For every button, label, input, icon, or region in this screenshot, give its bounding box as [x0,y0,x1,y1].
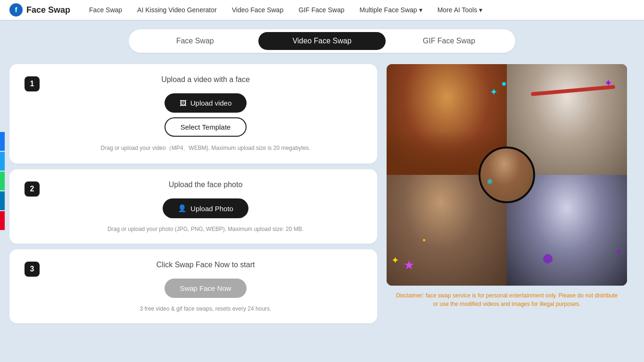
select-template-button[interactable]: Select Template [165,117,247,137]
upload-video-button[interactable]: 🖼 Upload video [165,93,247,113]
nav-ai-kissing[interactable]: AI Kissing Video Generator [137,6,217,14]
step-2-title: Upload the face photo [49,181,362,189]
step-1-buttons: 🖼 Upload video Select Template [49,93,362,137]
step-1-title: Upload a video with a face [49,75,362,84]
step-3-title: Click Swap Face Now to start [49,261,362,269]
step-3-hint: 3 free video & gif face swaps, resets ev… [49,305,362,312]
center-face-circle [479,147,535,203]
chevron-down-icon: ▾ [479,6,482,14]
step-3-content: Click Swap Face Now to start Swap Face N… [49,261,362,312]
swap-face-now-button[interactable]: Swap Face Now [165,279,246,298]
nav-more-ai-tools[interactable]: More AI Tools ▾ [438,6,483,14]
chevron-down-icon: ▾ [419,6,422,14]
step-1-content: Upload a video with a face 🖼 Upload vide… [49,75,362,152]
step-2-content: Upload the face photo 👤 Upload Photo Dra… [49,181,362,232]
facebook-share-button[interactable] [0,132,5,151]
step-1-hint: Drag or upload your video（MP4、WEBM). Max… [49,144,362,152]
header: f Face Swap Face Swap AI Kissing Video G… [0,0,644,20]
tab-face-swap[interactable]: Face Swap [132,32,258,50]
preview-box: ✦ ✦ ✦ ★ [387,64,627,286]
nav-multiple-face-swap[interactable]: Multiple Face Swap ▾ [359,6,422,14]
main-nav: Face Swap AI Kissing Video Generator Vid… [89,6,635,14]
logo-icon: f [9,3,23,16]
step-2-hint: Drag or upload your photo (JPG, PNG, WEB… [49,226,362,232]
nav-face-swap[interactable]: Face Swap [89,6,122,14]
star-yellow-1: ✦ [391,255,399,266]
tab-video-face-swap[interactable]: Video Face Swap [258,32,385,50]
whatsapp-share-button[interactable] [0,172,5,190]
star-purple-1: ✦ [604,77,612,89]
step-3-buttons: Swap Face Now [49,279,362,298]
dot-purple [617,250,620,253]
step-2-number: 2 [25,181,40,197]
upload-face-icon: 👤 [178,204,187,213]
tab-gif-face-swap[interactable]: GIF Face Swap [386,32,512,50]
right-panel: ✦ ✦ ✦ ★ Disclaimer: face swap service is… [387,64,627,308]
upload-video-icon: 🖼 [180,99,187,107]
disclaimer-text: Disclaimer: face swap service is for per… [387,291,627,308]
left-panel: 1 Upload a video with a face 🖼 Upload vi… [9,64,377,323]
upload-photo-button[interactable]: 👤 Upload Photo [163,198,248,218]
star-cyan-1: ✦ [490,86,498,98]
logo[interactable]: f Face Swap [9,3,70,16]
linkedin-share-button[interactable] [0,191,5,210]
step-2-card: 2 Upload the face photo 👤 Upload Photo D… [9,169,377,244]
content-area: 1 Upload a video with a face 🖼 Upload vi… [9,64,635,323]
nav-video-face-swap[interactable]: Video Face Swap [232,6,283,14]
twitter-share-button[interactable] [0,152,5,171]
dot-cyan [502,82,506,86]
step-1-number: 1 [25,76,40,91]
nav-gif-face-swap[interactable]: GIF Face Swap [298,6,344,14]
step-3-number: 3 [25,262,40,277]
main-content: Face Swap Video Face Swap GIF Face Swap … [0,20,644,333]
tab-bar: Face Swap Video Face Swap GIF Face Swap [129,29,515,53]
star-pink-1: ★ [404,258,414,272]
logo-text: Face Swap [26,5,70,15]
social-bar [0,132,5,230]
step-1-card: 1 Upload a video with a face 🖼 Upload vi… [9,64,377,164]
step-3-card: 3 Click Swap Face Now to start Swap Face… [9,249,377,323]
step-2-buttons: 👤 Upload Photo [49,198,362,218]
dot-yellow [423,239,425,241]
pinterest-share-button[interactable] [0,211,5,230]
